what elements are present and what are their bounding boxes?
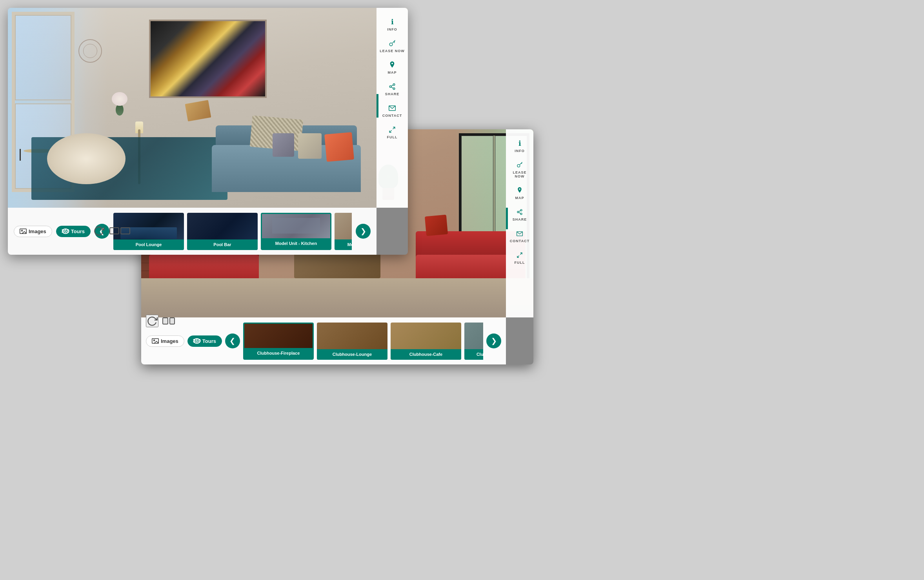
fullscreen-button-front[interactable]: FULL xyxy=(377,121,408,143)
svg-point-17 xyxy=(520,209,522,211)
map-label: MAP xyxy=(388,71,397,74)
front-bottom-toolbar: Images 360 Tours ❮ Pool Lounge Pool Bar … xyxy=(8,208,377,255)
pool-bar-label: Pool Bar xyxy=(187,239,258,250)
contact-button-front[interactable]: CONTACT xyxy=(377,100,408,121)
vr-box-front-left xyxy=(109,227,119,234)
share-button[interactable]: SHARE xyxy=(377,78,408,100)
360-tab-icon-front: 360 xyxy=(62,228,69,234)
images-tab-label-front: Images xyxy=(29,228,46,234)
share-button-back[interactable]: SHARE xyxy=(506,204,533,225)
front-control-icons xyxy=(92,224,130,237)
vr-toggle-front[interactable] xyxy=(109,227,130,234)
tours-tab-label-front: Tours xyxy=(71,228,85,234)
key-icon xyxy=(388,39,397,48)
pillow-neutral xyxy=(298,133,322,159)
kitchen-label: Model Unit - Kitchen xyxy=(262,238,330,249)
next-arrow-front: ❯ xyxy=(360,227,366,236)
fullscreen-button-back[interactable]: FULL xyxy=(506,247,533,268)
prev-arrow-back: ❮ xyxy=(229,337,235,345)
svg-line-3 xyxy=(394,42,395,43)
mail-icon-back xyxy=(515,229,524,238)
contact-label-front: CONTACT xyxy=(382,114,402,118)
lease-now-button[interactable]: LEASE NOW xyxy=(377,35,408,57)
info-button-back[interactable]: ℹ INFO xyxy=(506,135,533,157)
pillow-gray xyxy=(273,133,294,157)
map-button[interactable]: MAP xyxy=(377,57,408,78)
thumb-kitchen[interactable]: Model Unit - Kitchen xyxy=(261,213,331,250)
images-tab-front[interactable]: Images xyxy=(14,226,52,237)
pool-lounge-label: Pool Lounge xyxy=(113,239,184,250)
bedroom-label: Model Unit - Bedroom xyxy=(335,239,352,250)
back-sidebar: ℹ INFO LEASE NOW xyxy=(506,129,533,317)
map-label-back: MAP xyxy=(515,196,524,200)
share-icon-back xyxy=(515,208,524,216)
tours-tab-back[interactable]: 360 Tours xyxy=(187,335,222,347)
key-icon-back xyxy=(515,161,524,169)
svg-line-10 xyxy=(393,127,395,129)
tours-tab-front[interactable]: 360 Tours xyxy=(56,226,91,237)
back-floor xyxy=(141,278,533,317)
fullscreen-icon-back xyxy=(515,251,524,259)
vr-box-left xyxy=(162,317,168,324)
thumb-pool-bar[interactable]: Pool Bar xyxy=(187,213,258,250)
360-tab-icon-back: 360 xyxy=(193,338,200,344)
front-main-view: ℹ INFO LEASE NOW xyxy=(8,8,408,208)
svg-point-6 xyxy=(393,88,395,90)
front-thumb-strip: Pool Lounge Pool Bar Model Unit - Kitche… xyxy=(113,213,352,250)
lease-label-back: LEASE NOW xyxy=(508,170,531,178)
tours-tab-label-back: Tours xyxy=(202,338,216,344)
svg-point-14 xyxy=(517,165,520,167)
share-label: SHARE xyxy=(385,92,400,96)
next-button-back[interactable]: ❯ xyxy=(486,334,501,348)
svg-line-24 xyxy=(517,256,519,257)
share-label-back: SHARE xyxy=(513,218,527,221)
window-pane-top xyxy=(15,15,71,100)
front-sidebar: ℹ INFO LEASE NOW xyxy=(377,8,408,208)
svg-line-8 xyxy=(391,85,393,86)
sofa-area xyxy=(212,114,377,192)
rotate-icon-front[interactable] xyxy=(92,224,105,237)
contact-label-back: CONTACT xyxy=(510,239,529,243)
svg-line-16 xyxy=(522,163,522,163)
info-label: INFO xyxy=(387,27,397,31)
back-bottom-toolbar: Images 360 Tours ❮ xyxy=(141,317,506,364)
thumb-clubhouse-cafe[interactable]: Clubhouse-Cafe xyxy=(391,323,461,360)
book xyxy=(185,100,211,121)
map-icon-back xyxy=(515,186,524,195)
svg-point-13 xyxy=(22,230,23,231)
back-active-indicator xyxy=(506,208,508,229)
images-tab-label-back: Images xyxy=(161,338,178,344)
thumb-clubhouse-fireplace[interactable]: Clubhouse-Fireplace xyxy=(243,323,314,360)
next-button-front[interactable]: ❯ xyxy=(356,224,371,239)
game-area-label: Clubhouse-Game Area xyxy=(464,349,483,360)
images-tab-back[interactable]: Images xyxy=(146,335,184,347)
svg-line-2 xyxy=(394,42,395,42)
full-label-back: FULL xyxy=(515,261,525,265)
info-icon-back: ℹ xyxy=(515,139,524,148)
svg-point-18 xyxy=(517,211,519,213)
sofa-body xyxy=(212,145,361,192)
lease-now-button-back[interactable]: LEASE NOW xyxy=(506,157,533,182)
vr-toggle-back[interactable] xyxy=(162,315,175,327)
rotate-icon-back[interactable] xyxy=(146,315,158,327)
svg-line-7 xyxy=(391,87,393,88)
wall-decoration xyxy=(78,39,102,63)
flowers xyxy=(110,92,129,116)
thumb-game-area[interactable]: Clubhouse-Game Area xyxy=(464,323,483,360)
front-panel: ℹ INFO LEASE NOW xyxy=(8,8,408,255)
svg-point-5 xyxy=(389,86,391,88)
thumb-clubhouse-lounge[interactable]: Clubhouse-Lounge xyxy=(317,323,387,360)
prev-button-back[interactable]: ❮ xyxy=(225,334,240,348)
thumb-bedroom[interactable]: Model Unit - Bedroom xyxy=(335,213,352,250)
info-button[interactable]: ℹ INFO xyxy=(377,14,408,35)
control-icons-back xyxy=(146,315,175,327)
vr-box-front-right xyxy=(120,227,130,234)
fullscreen-icon xyxy=(388,125,397,134)
pillow-orange xyxy=(324,132,354,162)
contact-button-back[interactable]: CONTACT xyxy=(506,225,533,247)
map-button-back[interactable]: MAP xyxy=(506,182,533,204)
svg-point-26 xyxy=(154,340,155,341)
svg-point-0 xyxy=(389,43,393,46)
svg-line-20 xyxy=(519,212,521,214)
next-arrow-back: ❯ xyxy=(491,337,497,345)
